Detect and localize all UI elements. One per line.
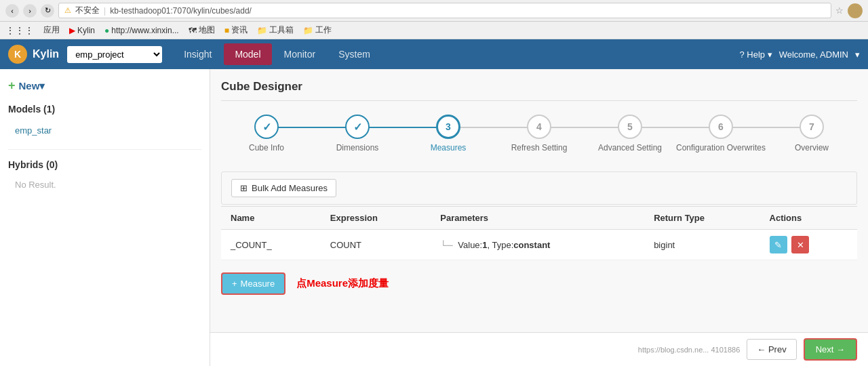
help-icon: ? <box>739 49 744 60</box>
sidebar-item-emp-star[interactable]: emp_star <box>8 121 201 140</box>
bookmark-tools[interactable]: 📁 工具箱 <box>257 24 294 36</box>
step-circle-2: ✓ <box>345 115 370 139</box>
forward-button[interactable]: › <box>23 4 37 18</box>
nav-insight[interactable]: Insight <box>173 43 222 65</box>
help-button[interactable]: ? Help ▾ <box>739 49 772 60</box>
edit-measure-button[interactable]: ✎ <box>770 236 787 253</box>
url-text: kb-testhadoop01:7070/kylin/cubes/add/ <box>110 6 252 16</box>
bookmark-youtube-label: Kylin <box>77 26 95 35</box>
map-icon: 🗺 <box>189 26 197 35</box>
param-type-label: , Type: <box>487 240 513 250</box>
hybrids-section-title: Hybrids (0) <box>8 159 201 170</box>
step-5: 5 Advanced Setting <box>585 115 675 152</box>
bookmark-work-label: 工作 <box>315 24 332 36</box>
param-tree-icon: └─ <box>440 240 452 250</box>
reload-button[interactable]: ↻ <box>41 4 54 18</box>
nav-right: ? Help ▾ Welcome, ADMIN ▾ <box>739 49 860 60</box>
bookmarks-bar: ⋮⋮⋮ 应用 ▶ Kylin ● http://www.xinxin... 🗺 … <box>0 22 868 39</box>
prev-button[interactable]: ← Prev <box>747 339 796 360</box>
bookmark-xinxin[interactable]: ● http://www.xinxin... <box>104 26 179 35</box>
step-circle-1: ✓ <box>254 115 279 139</box>
news-icon: ■ <box>224 26 229 35</box>
new-button[interactable]: + New▾ <box>8 79 45 93</box>
back-button[interactable]: ‹ <box>5 4 19 18</box>
project-selector[interactable]: emp_project <box>67 46 162 63</box>
plus-icon: + <box>8 79 16 93</box>
main-content: Cube Designer ✓ Cube Info ✓ <box>210 69 868 366</box>
kylin-brand: K Kylin <box>8 45 59 64</box>
security-warning-text: 不安全 <box>75 5 100 16</box>
add-measure-label: Measure <box>241 279 275 289</box>
step-label-4: Refresh Setting <box>511 143 568 152</box>
step-check-2: ✓ <box>353 121 362 134</box>
measure-name: _COUNT_ <box>221 230 321 260</box>
step-num-7: 7 <box>809 121 814 132</box>
apps-icon[interactable]: ⋮⋮⋮ <box>5 25 34 36</box>
bookmark-news-label: 资讯 <box>231 24 248 36</box>
app-navbar: K Kylin emp_project Insight Model Monito… <box>0 39 868 69</box>
next-button[interactable]: Next → <box>804 338 857 361</box>
work-icon: 📁 <box>303 26 313 35</box>
sidebar-divider <box>8 149 201 150</box>
step-6: 6 Configuration Overwrites <box>675 115 766 152</box>
col-parameters: Parameters <box>431 207 644 230</box>
step-3: 3 Measures <box>403 115 494 152</box>
no-result-text: No Result. <box>8 176 201 194</box>
nav-monitor[interactable]: Monitor <box>273 43 327 65</box>
bulk-add-measures-button[interactable]: ⊞ Bulk Add Measures <box>231 179 336 197</box>
param-value-label: Value: <box>458 240 482 250</box>
step-label-1: Cube Info <box>249 143 284 152</box>
col-name: Name <box>221 207 321 230</box>
bookmarks-label: 应用 <box>43 24 60 36</box>
bulk-add-bar: ⊞ Bulk Add Measures <box>221 171 857 205</box>
url-bar[interactable]: ⚠ 不安全 | kb-testhadoop01:7070/kylin/cubes… <box>58 3 831 18</box>
bookmark-map[interactable]: 🗺 地图 <box>189 24 215 36</box>
bulk-add-label: Bulk Add Measures <box>252 183 328 193</box>
nav-model[interactable]: Model <box>224 43 271 65</box>
add-measure-button[interactable]: + Measure <box>221 272 285 295</box>
bookmark-news[interactable]: ■ 资讯 <box>224 24 248 36</box>
step-num-3: 3 <box>446 121 451 132</box>
param-type: constant <box>513 240 550 250</box>
step-label-6: Configuration Overwrites <box>676 143 766 152</box>
prev-label: ← Prev <box>757 344 786 354</box>
hint-text: 点Measure添加度量 <box>296 277 389 290</box>
bottom-area: + Measure 点Measure添加度量 <box>221 272 857 295</box>
kylin-logo: K <box>8 45 27 64</box>
step-7: 7 Overview <box>766 115 857 152</box>
tools-icon: 📁 <box>257 26 267 35</box>
step-1: ✓ Cube Info <box>221 115 312 152</box>
col-actions: Actions <box>760 207 857 230</box>
stepper: ✓ Cube Info ✓ Dimensions <box>221 115 857 152</box>
step-num-6: 6 <box>718 121 724 132</box>
col-return-type: Return Type <box>644 207 760 230</box>
measure-expression: COUNT <box>321 230 431 260</box>
measure-return-type: bigint <box>644 230 760 260</box>
measures-table: Name Expression Parameters Return Type A… <box>221 206 857 260</box>
url-separator: | <box>104 6 106 16</box>
user-dropdown-icon[interactable]: ▾ <box>855 49 860 60</box>
bookmark-star-icon[interactable]: ☆ <box>835 5 844 16</box>
cube-designer-title: Cube Designer <box>221 80 857 101</box>
footer-nav: https://blog.csdn.ne... 4101886 ← Prev N… <box>210 332 868 366</box>
step-label-2: Dimensions <box>336 143 379 152</box>
measure-parameters: └─ Value:1, Type:constant <box>431 230 644 260</box>
brand-name: Kylin <box>33 48 59 60</box>
measure-actions: ✎ ✕ <box>760 230 857 260</box>
nav-links: Insight Model Monitor System <box>173 43 739 65</box>
next-label: Next → <box>816 344 845 354</box>
xinxin-icon: ● <box>104 26 109 35</box>
step-circle-6: 6 <box>709 115 733 139</box>
bookmark-youtube[interactable]: ▶ Kylin <box>69 26 95 35</box>
delete-measure-button[interactable]: ✕ <box>791 236 809 253</box>
sidebar: + New▾ Models (1) emp_star Hybrids (0) N… <box>0 69 210 366</box>
nav-system[interactable]: System <box>328 43 381 65</box>
step-circle-4: 4 <box>527 115 551 139</box>
main-layout: + New▾ Models (1) emp_star Hybrids (0) N… <box>0 69 868 366</box>
step-num-5: 5 <box>627 121 633 132</box>
bookmark-work[interactable]: 📁 工作 <box>303 24 332 36</box>
welcome-text: Welcome, ADMIN <box>779 49 848 60</box>
pencil-icon: ✎ <box>774 240 782 250</box>
bookmark-xinxin-label: http://www.xinxin... <box>111 26 178 35</box>
step-check-1: ✓ <box>262 121 271 134</box>
